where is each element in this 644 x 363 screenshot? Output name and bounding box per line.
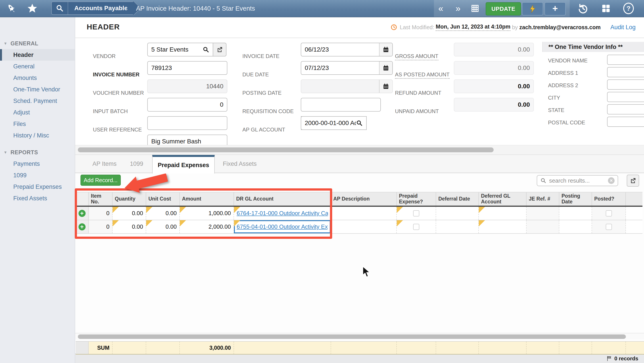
tab-ap-items[interactable]: AP Items bbox=[89, 155, 120, 173]
vendor-open-button[interactable] bbox=[213, 43, 226, 57]
sidebar-item-1099[interactable]: 1099 bbox=[0, 170, 75, 181]
user-reference-input[interactable] bbox=[147, 116, 227, 130]
next-record-button[interactable]: » bbox=[456, 0, 460, 17]
due-date-input[interactable]: 07/12/23 bbox=[301, 61, 393, 75]
posted-checkbox[interactable] bbox=[606, 224, 612, 230]
tab-fixed-assets[interactable]: Fixed Assets bbox=[220, 155, 259, 173]
state-input[interactable] bbox=[607, 104, 644, 114]
cell-deferral-date[interactable] bbox=[436, 220, 479, 233]
cell-prepaid-expense[interactable] bbox=[397, 207, 436, 220]
vendor-name-input[interactable] bbox=[607, 55, 644, 65]
cell-ap-description[interactable] bbox=[331, 220, 397, 233]
cell-deferral-date[interactable] bbox=[436, 207, 479, 220]
grid-view-icon[interactable] bbox=[470, 3, 480, 14]
cell-posting-date[interactable] bbox=[559, 220, 592, 233]
sidebar-item-history-misc[interactable]: History / Misc bbox=[0, 130, 75, 141]
apps-grid-icon[interactable] bbox=[601, 3, 611, 14]
prepaid-expense-checkbox[interactable] bbox=[413, 224, 419, 230]
global-search-button[interactable] bbox=[52, 2, 68, 15]
col-amount[interactable]: Amount bbox=[180, 192, 234, 206]
insert-row-button[interactable]: + bbox=[76, 207, 89, 220]
sidebar-section-reports[interactable]: ▾REPORTS bbox=[0, 147, 75, 158]
col-unit-cost[interactable]: Unit Cost bbox=[146, 192, 180, 206]
city-input[interactable] bbox=[607, 92, 644, 102]
calendar-icon[interactable] bbox=[379, 62, 392, 74]
sidebar-item-one-time-vendor[interactable]: One-Time Vendor bbox=[0, 84, 75, 95]
sidebar-section-general[interactable]: ▾GENERAL bbox=[0, 38, 75, 49]
add-button[interactable]: + bbox=[544, 2, 566, 16]
gl-account-link[interactable]: 6764-17-01-000 Outdoor Activity Ca... bbox=[237, 210, 328, 217]
cell-dr-gl-account[interactable]: 6764-17-01-000 Outdoor Activity Ca... bbox=[234, 207, 331, 220]
gl-account-link[interactable]: 6755-04-01-000 Outdoor Activity Exp bbox=[237, 223, 328, 230]
requisition-code-input[interactable] bbox=[301, 98, 381, 112]
address1-input[interactable] bbox=[607, 67, 644, 77]
add-record-button[interactable]: Add Record... bbox=[80, 175, 121, 186]
insert-row-button[interactable]: + bbox=[76, 220, 89, 233]
cell-unit-cost[interactable]: 0.00 bbox=[146, 220, 180, 233]
calendar-icon[interactable] bbox=[379, 80, 392, 93]
ap-gl-account-input[interactable]: 2000-00-01-000 Accou bbox=[301, 116, 367, 130]
sidebar-item-payments[interactable]: Payments bbox=[0, 158, 75, 170]
scrollbar-thumb[interactable] bbox=[78, 334, 626, 339]
cell-quantity[interactable]: 0.00 bbox=[112, 220, 146, 233]
col-deferral-date[interactable]: Deferral Date bbox=[436, 192, 479, 206]
help-icon[interactable]: ? bbox=[623, 3, 634, 14]
edited-corner-flag bbox=[112, 220, 119, 226]
col-posted[interactable]: Posted? bbox=[592, 192, 626, 206]
tab-1099[interactable]: 1099 bbox=[126, 155, 147, 173]
prepaid-expense-checkbox[interactable] bbox=[413, 210, 419, 216]
star-icon[interactable] bbox=[27, 3, 38, 14]
cell-dr-gl-account-focused[interactable]: 6755-04-01-000 Outdoor Activity Exp bbox=[234, 220, 331, 233]
cell-amount[interactable]: 1,000.00 bbox=[180, 207, 234, 220]
address2-input[interactable] bbox=[607, 80, 644, 90]
clear-search-icon[interactable]: × bbox=[608, 177, 614, 184]
cell-unit-cost[interactable]: 0.00 bbox=[146, 207, 180, 220]
sidebar-item-fixed-assets[interactable]: Fixed Assets bbox=[0, 193, 75, 204]
invoice-date-input[interactable]: 06/12/23 bbox=[301, 43, 393, 57]
sidebar-item-prepaid-expenses[interactable]: Prepaid Expenses bbox=[0, 181, 75, 193]
rocket-icon[interactable] bbox=[6, 3, 17, 14]
sidebar-item-header[interactable]: Header bbox=[0, 49, 75, 61]
col-ap-description[interactable]: AP Description bbox=[331, 192, 397, 206]
col-deferred-gl-account[interactable]: Deferred GL Account bbox=[479, 192, 526, 206]
posted-checkbox[interactable] bbox=[606, 210, 612, 216]
col-posting-date[interactable]: Posting Date bbox=[559, 192, 592, 206]
search-results-input[interactable]: search results... × bbox=[537, 175, 618, 186]
breadcrumb-module[interactable]: Accounts Payable bbox=[68, 5, 134, 12]
sidebar-item-sched-payment[interactable]: Sched. Payment bbox=[0, 95, 75, 107]
audit-log-link[interactable]: Audit Log bbox=[610, 24, 636, 31]
calendar-icon[interactable] bbox=[379, 43, 392, 56]
history-icon[interactable] bbox=[578, 3, 588, 14]
sidebar-item-files[interactable]: Files bbox=[0, 118, 75, 130]
cell-prepaid-expense[interactable] bbox=[397, 220, 436, 233]
sidebar-item-adjust[interactable]: Adjust bbox=[0, 107, 75, 118]
search-icon[interactable] bbox=[202, 46, 209, 53]
col-je-ref[interactable]: JE Ref. # bbox=[526, 192, 559, 206]
col-quantity[interactable]: Quantity bbox=[112, 192, 146, 206]
prev-record-button[interactable]: « bbox=[438, 0, 443, 17]
sidebar-item-general[interactable]: General bbox=[0, 61, 75, 72]
col-dr-gl-account[interactable]: DR GL Account bbox=[234, 192, 331, 206]
vendor-input[interactable]: 5 Star Events bbox=[147, 43, 213, 57]
open-results-button[interactable] bbox=[627, 175, 639, 187]
input-batch-input[interactable]: 0 bbox=[147, 98, 227, 112]
invoice-number-input[interactable]: 789123 bbox=[147, 61, 227, 75]
cell-deferred-gl-account[interactable] bbox=[479, 207, 526, 220]
update-button[interactable]: UPDATE bbox=[486, 2, 521, 16]
search-icon[interactable] bbox=[356, 120, 363, 126]
cell-quantity[interactable]: 0.00 bbox=[112, 207, 146, 220]
tab-prepaid-expenses[interactable]: Prepaid Expenses bbox=[152, 155, 215, 174]
quick-actions-button[interactable] bbox=[522, 2, 543, 16]
col-item-no[interactable]: Item No. bbox=[89, 192, 112, 206]
col-prepaid-expense[interactable]: Prepaid Expense? bbox=[397, 192, 436, 206]
cell-item-no[interactable]: 0 bbox=[89, 207, 112, 220]
postal-code-label: POSTAL CODE bbox=[548, 120, 585, 126]
cell-posting-date[interactable] bbox=[559, 207, 592, 220]
scrollbar-thumb[interactable] bbox=[78, 147, 494, 152]
postal-code-input[interactable] bbox=[607, 117, 644, 127]
sidebar-item-amounts[interactable]: Amounts bbox=[0, 72, 75, 84]
cell-deferred-gl-account[interactable] bbox=[479, 220, 526, 233]
cell-ap-description[interactable] bbox=[331, 207, 397, 220]
cell-amount[interactable]: 2,000.00 bbox=[180, 220, 234, 233]
cell-item-no[interactable]: 0 bbox=[89, 220, 112, 233]
